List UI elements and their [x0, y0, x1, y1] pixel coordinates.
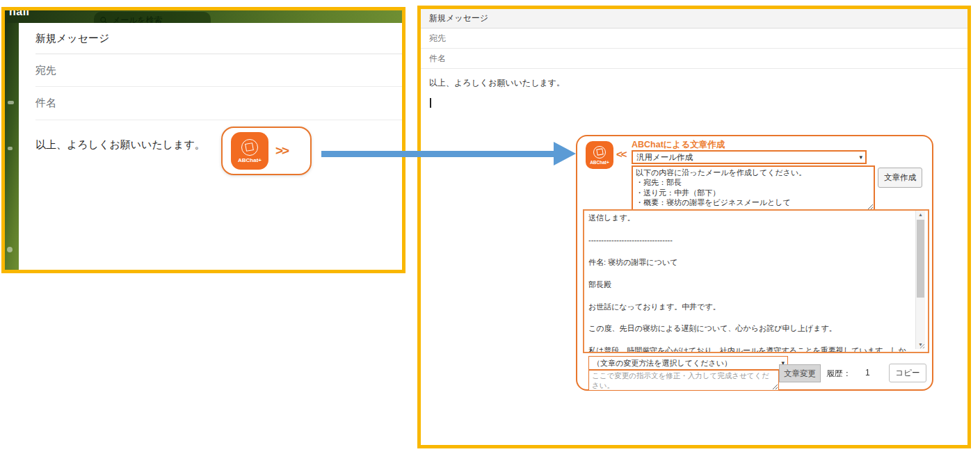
template-select[interactable]: 汎用メール作成 ▾ [632, 150, 867, 164]
expand-chevrons-icon: >> [275, 143, 288, 159]
compose-body-text[interactable]: 以上、よろしくお願いいたします。 [429, 77, 565, 89]
abchat-app-icon: ABChat+ [586, 141, 613, 169]
generate-text-button[interactable]: 文章作成 [878, 168, 922, 188]
gmail-sidebar-strip [5, 23, 19, 270]
flow-arrow-head [554, 142, 576, 165]
compose-title: 新規メッセージ [421, 9, 967, 29]
modify-instruction-textarea[interactable] [588, 370, 779, 391]
history-label: 履歴： [826, 368, 851, 380]
compose-window: 新規メッセージ 宛先 件名 以上、よろしくお願いいたします。 ABChat+ >… [19, 23, 402, 270]
abchat-launcher-button[interactable]: ABChat+ >> [221, 127, 312, 175]
copy-button[interactable]: コピー [889, 364, 926, 382]
modify-text-button[interactable]: 文章変更 [779, 364, 821, 382]
right-highlight-frame: 新規メッセージ 宛先 件名 以上、よろしくお願いいたします。 ABChat+ <… [417, 6, 971, 448]
modify-method-select[interactable]: （文章の変更方法を選択してください） ▾ [588, 356, 788, 370]
scroll-up-icon[interactable]: ▲ [916, 211, 925, 219]
screenshot-canvas: nail メールを検索 新規メッセージ 宛先 件名 以上、よろしくお願いいたしま… [0, 0, 980, 454]
abchat-logo-icon [593, 146, 606, 159]
compose-title: 新規メッセージ [35, 23, 402, 54]
history-count: 1 [865, 368, 870, 378]
scrollbar-thumb[interactable] [917, 220, 924, 298]
collapse-chevrons-button[interactable]: << [616, 148, 626, 160]
mail-search-placeholder: メールを検索 [112, 15, 163, 24]
subject-field[interactable]: 件名 [35, 87, 402, 120]
gmail-header-strip: nail メールを検索 [5, 10, 402, 23]
abchat-logo-icon [241, 139, 258, 156]
compose-body[interactable]: 以上、よろしくお願いいたします。 ABChat+ << ABChatによる文章作… [421, 69, 967, 445]
mail-search-bar[interactable]: メールを検索 [94, 12, 211, 23]
output-scrollbar[interactable]: ▲ ▼ [915, 211, 925, 349]
abchat-app-icon: ABChat+ [231, 132, 268, 170]
subject-field[interactable]: 件名 [421, 49, 967, 69]
sidebar-fragment [8, 147, 13, 150]
generated-text-output[interactable]: 送信します。 ---------------------------------… [583, 209, 929, 353]
abchat-panel-title: ABChatによる文章作成 [632, 139, 725, 151]
flow-arrow-line [321, 151, 554, 157]
sidebar-fragment [7, 247, 13, 252]
chevron-down-icon: ▾ [859, 154, 862, 161]
compose-body-text[interactable]: 以上、よろしくお願いいたします。 [35, 138, 402, 152]
to-field[interactable]: 宛先 [421, 29, 967, 49]
search-icon [99, 16, 108, 23]
sidebar-fragment [8, 101, 14, 104]
gmail-logo-fragment: nail [9, 10, 30, 18]
text-cursor [430, 98, 431, 108]
to-field[interactable]: 宛先 [35, 54, 402, 87]
abchat-assistant-panel: ABChat+ << ABChatによる文章作成 汎用メール作成 ▾ 以下の内容… [576, 135, 933, 391]
prompt-textarea[interactable]: 以下の内容に沿ったメールを作成してください。 ・宛先：部長 ・送り元：中井（部下… [632, 165, 875, 211]
left-highlight-frame: nail メールを検索 新規メッセージ 宛先 件名 以上、よろしくお願いいたしま… [1, 7, 405, 273]
